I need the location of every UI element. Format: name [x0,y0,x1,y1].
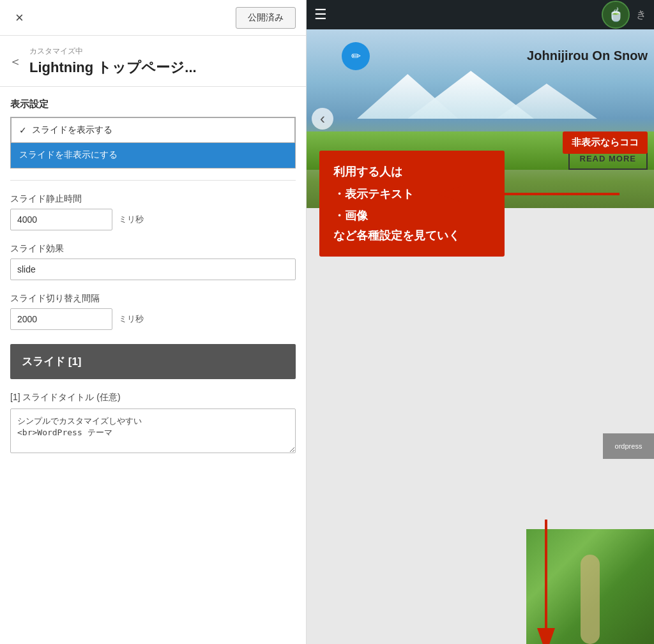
dropdown-option-show[interactable]: ✓ スライドを表示する [11,117,295,143]
logo-icon: 🍵 [608,7,624,22]
slide-interval-label: スライド切り替え間隔 [10,293,296,304]
option-show-label: スライドを表示する [32,124,112,136]
annotation-line4: など各種設定を見ていく [333,226,490,246]
slide-title-textarea[interactable] [10,408,296,453]
slide-pause-unit: ミリ秒 [119,214,144,225]
svg-marker-2 [496,84,597,119]
edit-pencil-button[interactable]: ✏ [342,42,370,70]
green-path-image [526,529,654,644]
right-panel: ☰ 🍵 き ✏ [307,0,654,644]
user-initial: き [636,8,646,22]
slide-section-button[interactable]: スライド [1] [10,344,296,379]
page-title: Lightning トップページ... [29,58,197,77]
slide-effect-input[interactable] [10,258,296,280]
slide-effect-label: スライド効果 [10,243,296,255]
option-hide-label: スライドを非表示にする [19,149,118,161]
panel-content: 表示設定 ✓ スライドを表示する スライドを非表示にする スライド静止時間 ミリ… [0,87,306,644]
display-settings-title: 表示設定 [10,98,296,110]
check-icon: ✓ [19,125,27,135]
annotation-line2: ・表示テキスト [333,184,490,204]
path-line [581,555,600,644]
annotation-info-box: 利用する人は ・表示テキスト ・画像 など各種設定を見ていく [319,151,505,257]
customizing-label: カスタマイズ中 [29,46,197,57]
slide-interval-unit: ミリ秒 [119,313,144,325]
top-bar: × 公開済み [0,0,306,36]
annotation-hide-label: 非表示ならココ [563,131,648,154]
hero-title: Johnijirou On Snow [527,49,648,63]
back-header: ＜ カスタマイズ中 Lightning トップページ... [0,36,306,87]
slide-pause-input[interactable] [10,209,112,230]
slide-effect-group: スライド効果 [10,243,296,280]
dropdown-option-hide[interactable]: スライドを非表示にする [11,143,295,168]
slide-interval-row: ミリ秒 [10,308,296,330]
wp-overlay-text: ordpress [615,442,643,450]
wp-topbar-right: 🍵 き [602,1,646,29]
back-button[interactable]: ＜ [6,53,29,70]
slide-pause-row: ミリ秒 [10,209,296,230]
divider-1 [10,180,296,181]
slide-interval-group: スライド切り替え間隔 ミリ秒 [10,293,296,330]
slide-pause-group: スライド静止時間 ミリ秒 [10,193,296,230]
annotation-line3: ・画像 [333,206,490,226]
slide-title-label: [1] スライドタイトル (任意) [10,392,296,403]
wp-topbar: ☰ 🍵 き [307,0,654,29]
header-text: カスタマイズ中 Lightning トップページ... [29,46,197,77]
hamburger-menu-button[interactable]: ☰ [314,6,327,23]
close-button[interactable]: × [10,8,29,27]
display-dropdown-wrapper: ✓ スライドを表示する スライドを非表示にする [10,117,296,168]
annotation-line1: 利用する人は [333,162,490,182]
pencil-icon: ✏ [351,49,361,63]
slide-prev-button[interactable]: ‹ [312,108,333,130]
slide-interval-input[interactable] [10,308,112,330]
site-logo: 🍵 [602,1,630,29]
dropdown-container: ✓ スライドを表示する スライドを非表示にする [10,117,296,168]
wp-overlay-box: ordpress [603,433,654,459]
left-panel: × 公開済み ＜ カスタマイズ中 Lightning トップページ... 表示設… [0,0,307,644]
preview-content: ✏ [307,29,654,644]
publish-button[interactable]: 公開済み [236,7,296,29]
slide-pause-label: スライド静止時間 [10,193,296,205]
